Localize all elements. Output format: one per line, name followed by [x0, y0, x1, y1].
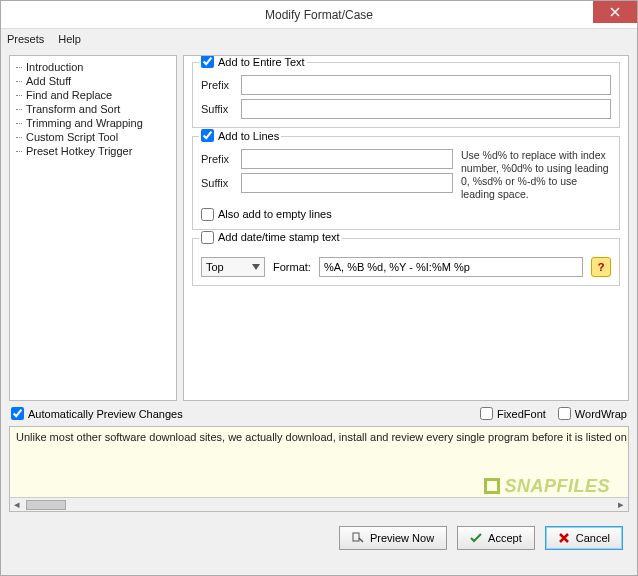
entire-suffix-label: Suffix [201, 103, 235, 115]
datetime-title: Add date/time stamp text [218, 231, 340, 243]
entire-prefix-input[interactable] [241, 75, 611, 95]
titlebar: Modify Format/Case [1, 1, 637, 29]
datetime-position-dropdown[interactable]: Top [201, 257, 265, 277]
close-button[interactable] [593, 1, 637, 23]
entire-title: Add to Entire Text [218, 56, 305, 68]
preview-text: Unlike most other software download site… [10, 427, 628, 447]
sidebar-item-custom-script[interactable]: Custom Script Tool [16, 130, 170, 144]
lines-suffix-input[interactable] [241, 173, 453, 193]
options-row: Automatically Preview Changes FixedFont … [9, 405, 629, 422]
watermark-text: SNAPFILES [504, 476, 610, 496]
lines-prefix-label: Prefix [201, 153, 235, 165]
fieldset-lines: Add to Lines Prefix Suffix [192, 136, 620, 230]
sidebar-item-transform-sort[interactable]: Transform and Sort [16, 102, 170, 116]
empty-lines-checkbox[interactable] [201, 208, 214, 221]
scroll-thumb[interactable] [26, 500, 66, 510]
chevron-down-icon [252, 264, 260, 270]
empty-lines-label: Also add to empty lines [218, 208, 332, 220]
fieldset-datetime-header: Add date/time stamp text [199, 231, 342, 244]
menu-presets[interactable]: Presets [7, 33, 44, 45]
sidebar-item-introduction[interactable]: Introduction [16, 60, 170, 74]
main-panel: Add to Entire Text Prefix Suffix Add to [183, 55, 629, 401]
check-icon [470, 532, 482, 544]
wordwrap-label: WordWrap [575, 408, 627, 420]
fixedfont-checkbox[interactable] [480, 407, 493, 420]
lines-prefix-input[interactable] [241, 149, 453, 169]
sidebar-item-trimming-wrapping[interactable]: Trimming and Wrapping [16, 116, 170, 130]
button-bar: Preview Now Accept Cancel [9, 516, 629, 552]
preview-now-button[interactable]: Preview Now [339, 526, 447, 550]
datetime-help-button[interactable]: ? [591, 257, 611, 277]
entire-checkbox[interactable] [201, 55, 214, 68]
content-area: Introduction Add Stuff Find and Replace … [1, 49, 637, 575]
watermark-logo-icon [484, 478, 500, 494]
fieldset-entire-header: Add to Entire Text [199, 55, 307, 68]
lines-title: Add to Lines [218, 130, 279, 142]
menubar: Presets Help [1, 29, 637, 49]
top-row: Introduction Add Stuff Find and Replace … [9, 55, 629, 401]
lines-hint-text: Use %d% to replace with index number, %0… [461, 145, 611, 202]
sidebar-item-preset-hotkey[interactable]: Preset Hotkey Trigger [16, 144, 170, 158]
lines-suffix-label: Suffix [201, 177, 235, 189]
accept-button[interactable]: Accept [457, 526, 535, 550]
horizontal-scrollbar[interactable]: ◂ ▸ [10, 497, 628, 511]
window: Modify Format/Case Presets Help Introduc… [0, 0, 638, 576]
entire-prefix-label: Prefix [201, 79, 235, 91]
auto-preview-label: Automatically Preview Changes [28, 408, 183, 420]
preview-icon [352, 532, 364, 544]
sidebar-item-add-stuff[interactable]: Add Stuff [16, 74, 170, 88]
scroll-left-arrow[interactable]: ◂ [10, 498, 24, 512]
preview-pane: Unlike most other software download site… [9, 426, 629, 512]
window-title: Modify Format/Case [265, 8, 373, 22]
fieldset-entire-text: Add to Entire Text Prefix Suffix [192, 62, 620, 128]
auto-preview-checkbox[interactable] [11, 407, 24, 420]
datetime-format-label: Format: [273, 261, 311, 273]
sidebar-item-find-replace[interactable]: Find and Replace [16, 88, 170, 102]
sidebar-tree: Introduction Add Stuff Find and Replace … [9, 55, 177, 401]
datetime-checkbox[interactable] [201, 231, 214, 244]
cancel-button[interactable]: Cancel [545, 526, 623, 550]
cancel-label: Cancel [576, 532, 610, 544]
entire-suffix-input[interactable] [241, 99, 611, 119]
fieldset-lines-header: Add to Lines [199, 129, 281, 142]
menu-help[interactable]: Help [58, 33, 81, 45]
accept-label: Accept [488, 532, 522, 544]
svg-rect-0 [353, 533, 359, 541]
datetime-format-input[interactable] [319, 257, 583, 277]
fieldset-datetime: Add date/time stamp text Top Format: ? [192, 238, 620, 286]
close-icon [610, 7, 620, 17]
scroll-right-arrow[interactable]: ▸ [614, 498, 628, 512]
fixedfont-label: FixedFont [497, 408, 546, 420]
wordwrap-checkbox[interactable] [558, 407, 571, 420]
preview-now-label: Preview Now [370, 532, 434, 544]
question-icon: ? [598, 261, 605, 273]
lines-checkbox[interactable] [201, 129, 214, 142]
watermark: SNAPFILES [484, 476, 610, 497]
datetime-position-value: Top [206, 261, 224, 273]
x-icon [558, 532, 570, 544]
